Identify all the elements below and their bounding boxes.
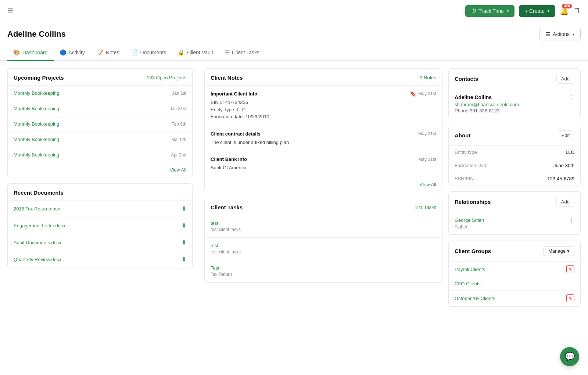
relationships-card: Relationships Add George Smith ⋮ Father [448, 191, 581, 235]
task-sub: test client tasks [211, 249, 436, 255]
tab-client-vault[interactable]: 🔒 Client Vault [172, 45, 219, 61]
client-notes-card: Client Notes 3 Notes Important Client In… [204, 68, 442, 192]
notes-view-all-link[interactable]: View All [420, 182, 436, 187]
client-tasks-icon: ☰ [225, 49, 230, 56]
about-edit-button[interactable]: Edit [557, 130, 574, 140]
project-item[interactable]: Monthly Bookkeeping Jan 1st [8, 86, 192, 101]
client-groups-manage-button[interactable]: Manage ▾ [544, 246, 574, 256]
relationships-add-button[interactable]: Add [556, 197, 574, 207]
project-list: Monthly Bookkeeping Jan 1st Monthly Book… [8, 86, 192, 162]
relationship-name[interactable]: George Smith [455, 217, 484, 223]
tasks-badge[interactable]: 121 Tasks [415, 205, 436, 210]
task-item[interactable]: Test Tax Return [205, 260, 442, 282]
recent-documents-card: Recent Documents 2018 Tax Return.docx ⬇ … [7, 183, 193, 268]
open-projects-badge[interactable]: 133 Open Projects [147, 75, 186, 80]
task-name: Test [211, 265, 436, 271]
download-icon[interactable]: ⬇ [182, 256, 186, 263]
group-name[interactable]: October YE Clients [455, 296, 495, 301]
note-item: Client contract details May 31st The cli… [205, 126, 442, 152]
task-item[interactable]: test test client tasks [205, 215, 442, 238]
activity-icon: 🔵 [60, 49, 67, 56]
notification-badge: 420 [562, 4, 572, 8]
group-name[interactable]: CFO Clients [455, 281, 481, 286]
task-name: test [211, 243, 436, 248]
project-date: Jan 31st [170, 106, 186, 111]
relationship-more-icon[interactable]: ⋮ [569, 217, 574, 224]
doc-name: Engagement Letter.docx [14, 223, 65, 228]
project-name: Monthly Bookkeeping [14, 152, 59, 158]
group-item: CFO Clients [449, 277, 580, 291]
group-remove-button[interactable]: ✕ [566, 265, 574, 273]
doc-item[interactable]: Quarterly Review.docx ⬇ [8, 251, 192, 268]
about-header: About Edit [449, 125, 580, 146]
track-time-chevron-icon: ▾ [507, 9, 509, 13]
about-row: Entity type LLC [449, 146, 580, 159]
page-header: Adeline Collins ☰ Actions ▾ [0, 22, 588, 40]
contacts-add-button[interactable]: Add [556, 74, 574, 84]
group-item: October YE Clients ✕ [449, 291, 580, 306]
tab-dashboard[interactable]: 🎨 Dashboard [7, 45, 54, 61]
project-date: Jan 1st [172, 91, 186, 96]
client-notes-title: Client Notes [211, 75, 243, 81]
contact-email[interactable]: shahram@financial-cents.com [455, 102, 519, 107]
project-name: Monthly Bookkeeping [14, 121, 59, 127]
note-date: May 31st [418, 91, 436, 96]
contact-header: Adeline Collins shahram@financial-cents.… [455, 94, 574, 113]
note-body: Bank Of America [211, 164, 436, 172]
tab-documents[interactable]: 📄 Documents [125, 45, 172, 61]
doc-item[interactable]: Engagement Letter.docx ⬇ [8, 217, 192, 234]
upcoming-projects-card: Upcoming Projects 133 Open Projects Mont… [7, 68, 193, 177]
client-tasks-title: Client Tasks [211, 204, 243, 210]
download-icon[interactable]: ⬇ [182, 205, 186, 212]
project-item[interactable]: Monthly Bookkeeping Apr 2nd [8, 147, 192, 162]
client-tasks-card: Client Tasks 121 Tasks test test client … [204, 198, 442, 283]
hamburger-icon[interactable]: ☰ [7, 7, 13, 15]
note-date: May 31st [418, 131, 436, 136]
create-button[interactable]: + Create ▾ [519, 5, 555, 17]
group-name[interactable]: Payroll Clients [455, 267, 485, 272]
note-header: Client contract details May 31st [211, 131, 436, 137]
project-date: Mar 9th [171, 137, 186, 142]
doc-item[interactable]: 2018 Tax Return.docx ⬇ [8, 201, 192, 217]
relationship-header: George Smith ⋮ [455, 217, 574, 224]
notification-bell[interactable]: 🔔 420 [560, 7, 569, 15]
page-title: Adeline Collins [7, 29, 66, 39]
note-title: Important Client Info [211, 91, 257, 97]
track-time-button[interactable]: ⏱ Track Time ▾ [465, 5, 514, 17]
task-sub: Tax Return [211, 272, 436, 277]
relationship-role: Father [455, 224, 574, 230]
tab-client-tasks[interactable]: ☰ Client Tasks [219, 45, 265, 61]
user-icon[interactable]: 🗒 [573, 7, 581, 15]
download-icon[interactable]: ⬇ [182, 222, 186, 229]
nav-right: ⏱ Track Time ▾ + Create ▾ 🔔 420 🗒 [465, 5, 581, 17]
top-nav: ☰ ⏱ Track Time ▾ + Create ▾ 🔔 420 🗒 [0, 0, 588, 22]
doc-name: Quarterly Review.docx [14, 257, 61, 262]
note-item: Important Client Info 🔖 May 31st EIN #: … [205, 86, 442, 126]
about-label: Entity type [455, 149, 477, 155]
task-item[interactable]: test test client tasks [205, 238, 442, 260]
tab-notes[interactable]: 📝 Notes [91, 45, 125, 61]
project-item[interactable]: Monthly Bookkeeping Mar 9th [8, 132, 192, 147]
tab-activity[interactable]: 🔵 Activity [54, 45, 91, 61]
project-item[interactable]: Monthly Bookkeeping Feb 9th [8, 116, 192, 132]
documents-icon: 📄 [131, 49, 138, 56]
download-icon[interactable]: ⬇ [182, 239, 186, 246]
relationship-item: George Smith ⋮ Father [449, 212, 580, 234]
task-name: test [211, 220, 436, 226]
projects-view-all-link[interactable]: View All [170, 167, 186, 173]
note-body: The client is under a fixed billing plan [211, 139, 436, 146]
notes-badge[interactable]: 3 Notes [420, 75, 436, 80]
about-card: About Edit Entity type LLC Formation Dat… [448, 125, 581, 185]
contact-more-icon[interactable]: ⋮ [569, 94, 574, 101]
client-groups-title: Client Groups [455, 248, 491, 254]
note-header: Client Bank Info May 31st [211, 156, 436, 162]
clock-icon: ⏱ [471, 8, 476, 14]
actions-button[interactable]: ☰ Actions ▾ [539, 28, 581, 40]
doc-item[interactable]: Aduit Documents.docx ⬇ [8, 234, 192, 251]
about-label: SSN/EIN [455, 176, 474, 181]
project-name: Monthly Bookkeeping [14, 90, 59, 96]
project-item[interactable]: Monthly Bookkeeping Jan 31st [8, 101, 192, 116]
group-remove-button[interactable]: ✕ [566, 294, 574, 302]
notes-list: Important Client Info 🔖 May 31st EIN #: … [205, 86, 442, 177]
bookmark-icon: 🔖 [410, 91, 416, 97]
